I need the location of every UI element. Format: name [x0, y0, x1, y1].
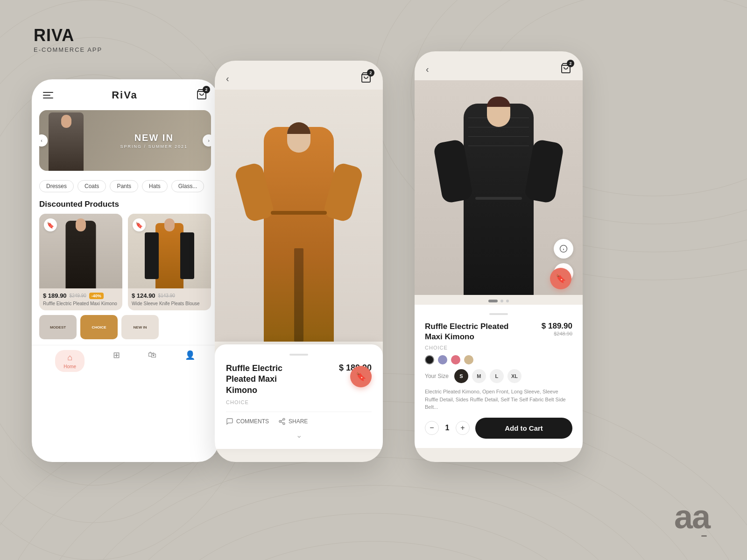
kimono-body	[264, 127, 334, 342]
product-description: Electric Pleated Kimono, Open Front, Lon…	[425, 388, 572, 411]
info-icon	[559, 245, 568, 253]
figure-head	[61, 115, 71, 128]
expand-button[interactable]: ⌄	[226, 431, 372, 440]
p1-header: RiVa 2	[32, 79, 218, 106]
discount-badge-1: -40%	[89, 293, 104, 299]
p2-header: ‹ 2	[215, 61, 383, 90]
category-pants[interactable]: Pants	[110, 180, 138, 192]
size-xl[interactable]: XL	[507, 369, 521, 383]
p3-dot-3[interactable]	[506, 300, 509, 302]
thumb-newin[interactable]: NEW IN	[121, 315, 159, 339]
category-dresses[interactable]: Dresses	[39, 180, 74, 192]
p3-bottom-sheet: Ruffle Electric Pleated Maxi Kimono $ 18…	[415, 305, 583, 448]
share-icon	[278, 418, 286, 425]
discounted-section-title: Discounted Products	[32, 196, 218, 214]
size-s[interactable]: S	[454, 369, 468, 383]
add-to-cart-button[interactable]: Add to Cart	[475, 418, 572, 439]
black-sleeve-left	[433, 139, 473, 203]
black-kimono	[447, 90, 550, 295]
cart-button[interactable]: 2	[196, 89, 207, 102]
product-card-2[interactable]: 🔖 $ 124.90 $143.90 Wide Sleeve Knife Ple…	[128, 214, 211, 310]
svg-point-19	[283, 423, 285, 425]
thumb-modest-label: MODEST	[50, 325, 66, 329]
p2-product-image	[215, 90, 383, 342]
home-icon: ⌂	[67, 353, 72, 363]
p2-brand: CHOICE	[226, 399, 372, 405]
svg-point-3	[65, 457, 682, 560]
product-name-2: Wide Sleeve Knife Pleats Blouse	[132, 301, 207, 307]
size-l[interactable]: L	[490, 369, 504, 383]
bookmark-float-button-p3[interactable]: 🔖	[550, 268, 571, 289]
p3-dot-1[interactable]	[488, 300, 498, 302]
hamburger-menu-button[interactable]	[43, 92, 53, 98]
p2-title-row: Ruffle Electric Pleated Maxi Kimono $ 18…	[226, 363, 372, 396]
cart-button-p2[interactable]: 2	[360, 72, 372, 85]
p3-product-title: Ruffle Electric Pleated Maxi Kimono	[425, 322, 509, 342]
banner-season: SPRING / SUMMER 2021	[120, 144, 188, 149]
p2-action-buttons: COMMENTS SHARE	[226, 412, 372, 425]
banner-model-figure	[49, 112, 84, 171]
cart-button-p3[interactable]: 2	[560, 63, 571, 76]
share-button[interactable]: SHARE	[278, 418, 308, 425]
color-blue[interactable]	[438, 355, 447, 364]
thumb-newin-label: NEW IN	[134, 325, 147, 329]
category-hats[interactable]: Hats	[142, 180, 168, 192]
svg-line-20	[281, 422, 283, 423]
bookmark-button-2[interactable]: 🔖	[133, 218, 146, 231]
category-glasses[interactable]: Glass...	[171, 180, 204, 192]
color-black[interactable]	[425, 355, 434, 364]
qty-increase-button[interactable]: +	[456, 421, 470, 435]
svg-point-18	[279, 420, 281, 422]
banner-text: NEW IN SPRING / SUMMER 2021	[120, 133, 188, 149]
add-to-cart-row: − 1 + Add to Cart	[425, 418, 572, 439]
cart-nav-icon: 🛍	[148, 350, 156, 360]
category-coats[interactable]: Coats	[78, 180, 106, 192]
svg-point-17	[283, 419, 285, 420]
color-pink[interactable]	[451, 355, 460, 364]
back-button-p3[interactable]: ‹	[426, 64, 429, 75]
info-button[interactable]	[554, 239, 573, 259]
back-button[interactable]: ‹	[226, 73, 229, 84]
figure-head-1	[76, 218, 86, 231]
size-label: Your Size	[425, 373, 449, 379]
p3-dot-2[interactable]	[500, 300, 503, 302]
comments-label: COMMENTS	[236, 418, 269, 425]
model-head-p3	[487, 97, 510, 127]
qty-decrease-button[interactable]: −	[425, 421, 439, 435]
p1-banner: NEW IN SPRING / SUMMER 2021 ‹ ›	[39, 110, 211, 171]
svg-point-6	[177, 541, 570, 560]
nav-profile[interactable]: 👤	[185, 350, 195, 372]
nav-home[interactable]: ⌂ Home	[55, 350, 85, 372]
product-old-price-2: $143.90	[158, 293, 175, 298]
cart-badge: 2	[203, 86, 210, 93]
kimono-belt	[271, 211, 327, 215]
nav-categories[interactable]: ⊞	[113, 350, 120, 372]
svg-point-4	[103, 485, 644, 560]
thumb-choice[interactable]: CHOICE	[80, 315, 118, 339]
comments-button[interactable]: COMMENTS	[226, 418, 269, 425]
nav-cart[interactable]: 🛍	[148, 350, 156, 372]
p3-price: $ 189.90	[542, 322, 572, 331]
model-head	[287, 122, 310, 153]
product-card-1[interactable]: 🔖 $ 189.90 $249.90 -40% Ruffle Electric …	[39, 214, 122, 310]
phone-product-detail: ‹ 2	[215, 61, 383, 462]
sleeve-left	[233, 161, 275, 223]
color-beige[interactable]	[464, 355, 473, 364]
bookmark-float-button[interactable]: 🔖	[350, 366, 372, 387]
kimono-opening	[294, 248, 303, 342]
p3-product-image	[415, 80, 583, 295]
product-info-1: $ 189.90 $249.90 -40% Ruffle Electric Pl…	[39, 288, 122, 310]
bookmark-button-1[interactable]: 🔖	[44, 218, 57, 231]
product-price-2: $ 124.90	[132, 292, 155, 299]
cart-badge-p2: 2	[367, 69, 374, 77]
size-m[interactable]: M	[472, 369, 486, 383]
color-selection	[425, 355, 572, 364]
pants-2	[180, 232, 194, 279]
p3-image-dots	[415, 295, 583, 305]
p3-title-row: Ruffle Electric Pleated Maxi Kimono $ 18…	[425, 322, 572, 342]
p3-sheet-handle	[489, 313, 508, 315]
banner-title: NEW IN	[120, 133, 188, 143]
thumb-modest[interactable]: MODEST	[39, 315, 77, 339]
product-info-2: $ 124.90 $143.90 Wide Sleeve Knife Pleat…	[128, 288, 211, 310]
size-selection: Your Size S M L XL	[425, 369, 572, 383]
